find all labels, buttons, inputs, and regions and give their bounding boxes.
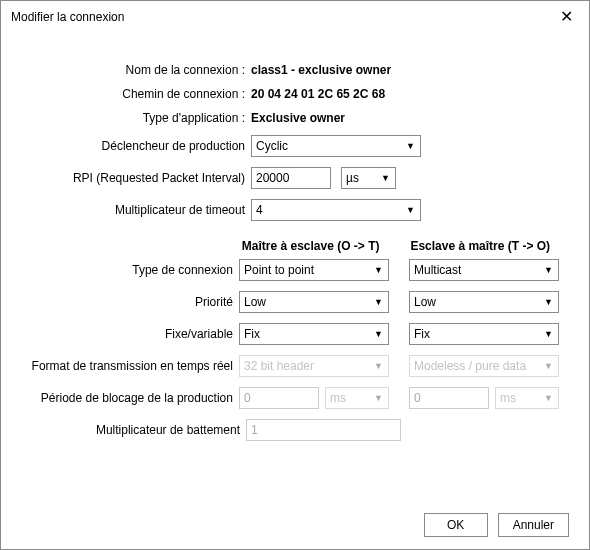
header-slave-to-master: Esclave à maître (T -> O) <box>410 239 559 253</box>
label-timeout-mult: Multiplicateur de timeout <box>21 203 251 217</box>
titlebar: Modifier la connexion ✕ <box>1 1 589 33</box>
rtformat-s2m-select: Modeless / pure data <box>409 355 559 377</box>
priority-s2m-wrap: Low <box>409 291 559 313</box>
value-conn-path: 20 04 24 01 2C 65 2C 68 <box>251 87 559 101</box>
conn-type-s2m-select[interactable]: Multicast <box>409 259 559 281</box>
label-priority: Priorité <box>21 295 239 309</box>
label-rt-format: Format de transmission en temps réel <box>21 359 239 373</box>
dialog-title: Modifier la connexion <box>11 10 124 24</box>
value-app-type: Exclusive owner <box>251 111 559 125</box>
rpi-input[interactable] <box>251 167 331 189</box>
ok-button[interactable]: OK <box>424 513 488 537</box>
label-block-period: Période de blocage de la production <box>21 391 239 405</box>
conn-type-s2m-wrap: Multicast <box>409 259 559 281</box>
block-unit-m2s-select: ms <box>325 387 389 409</box>
label-rpi: RPI (Requested Packet Interval) <box>21 171 251 185</box>
label-conn-name: Nom de la connexion : <box>21 63 251 77</box>
edit-connection-dialog: Modifier la connexion ✕ Nom de la connex… <box>0 0 590 550</box>
block-unit-s2m-select: ms <box>495 387 559 409</box>
fixvar-m2s-select[interactable]: Fix <box>239 323 389 345</box>
value-conn-name: class1 - exclusive owner <box>251 63 559 77</box>
label-prod-trigger: Déclencheur de production <box>21 139 251 153</box>
priority-m2s-select[interactable]: Low <box>239 291 389 313</box>
timeout-mult-select-wrap: 4 <box>251 199 421 221</box>
block-period-m2s-input <box>239 387 319 409</box>
close-icon[interactable]: ✕ <box>554 7 579 27</box>
conn-type-m2s-select[interactable]: Point to point <box>239 259 389 281</box>
block-period-s2m-input <box>409 387 489 409</box>
rtformat-m2s-select: 32 bit header <box>239 355 389 377</box>
block-unit-m2s-wrap: ms <box>325 387 389 409</box>
label-conn-path: Chemin de connexion : <box>21 87 251 101</box>
prod-trigger-select-wrap: Cyclic <box>251 135 421 157</box>
label-app-type: Type d'application : <box>21 111 251 125</box>
fixvar-m2s-wrap: Fix <box>239 323 389 345</box>
cancel-button[interactable]: Annuler <box>498 513 569 537</box>
rpi-unit-select-wrap: µs <box>341 167 396 189</box>
priority-m2s-wrap: Low <box>239 291 389 313</box>
conn-type-m2s-wrap: Point to point <box>239 259 389 281</box>
fixvar-s2m-select[interactable]: Fix <box>409 323 559 345</box>
block-unit-s2m-wrap: ms <box>495 387 559 409</box>
prod-trigger-select[interactable]: Cyclic <box>251 135 421 157</box>
rtformat-m2s-wrap: 32 bit header <box>239 355 389 377</box>
rtformat-s2m-wrap: Modeless / pure data <box>409 355 559 377</box>
label-heartbeat-mult: Multiplicateur de battement <box>21 423 246 437</box>
label-conn-type: Type de connexion <box>21 263 239 277</box>
timeout-mult-select[interactable]: 4 <box>251 199 421 221</box>
header-master-to-slave: Maître à esclave (O -> T) <box>242 239 391 253</box>
fixvar-s2m-wrap: Fix <box>409 323 559 345</box>
rpi-unit-select[interactable]: µs <box>341 167 396 189</box>
heartbeat-mult-input <box>246 419 401 441</box>
label-fix-var: Fixe/variable <box>21 327 239 341</box>
priority-s2m-select[interactable]: Low <box>409 291 559 313</box>
